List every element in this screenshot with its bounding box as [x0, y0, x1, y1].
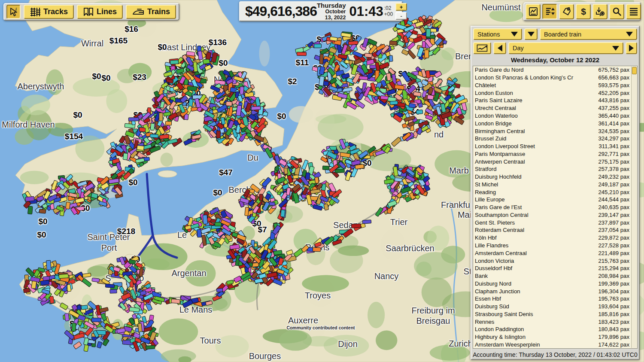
train[interactable] — [82, 278, 92, 287]
station-row[interactable]: Reading245,210 pax — [473, 188, 637, 196]
train[interactable] — [389, 40, 397, 46]
train[interactable] — [25, 196, 34, 202]
station-row[interactable]: London Bridge361,414 pax — [473, 119, 637, 127]
period-dropdown[interactable]: Day — [508, 42, 623, 54]
train[interactable] — [314, 176, 319, 183]
station-row[interactable]: Strasbourg Saint Denis185,816 pax — [473, 310, 637, 318]
train[interactable] — [391, 137, 402, 146]
station-row[interactable]: Gent St. Pieters237,897 pax — [473, 219, 637, 226]
list-scrollbar[interactable] — [631, 67, 637, 348]
station-row[interactable]: Duisburg Süd193,604 pax — [473, 303, 637, 310]
station-row[interactable]: Amsterdam Weesperplein174,622 pax — [473, 341, 637, 349]
metric-dropdown[interactable]: Boarded train — [540, 28, 637, 40]
finances-button[interactable]: $ — [576, 4, 591, 19]
train[interactable] — [159, 113, 163, 121]
train[interactable] — [171, 299, 180, 304]
train[interactable] — [401, 49, 409, 56]
station-row[interactable]: Paris Gare du Nord675,752 pax — [473, 66, 637, 74]
train[interactable] — [170, 60, 178, 65]
station-row[interactable]: Highbury & Islington179,896 pax — [473, 333, 637, 341]
train[interactable] — [105, 283, 115, 288]
train[interactable] — [64, 313, 70, 321]
station-row[interactable]: London Liverpool Street311,341 pax — [473, 143, 637, 150]
train[interactable] — [283, 167, 288, 174]
station-row[interactable]: Lille Europe244,544 pax — [473, 196, 637, 204]
train[interactable] — [82, 273, 91, 278]
station-row[interactable]: Rennes183,423 pax — [473, 318, 637, 325]
train[interactable] — [203, 215, 208, 225]
station-row[interactable]: Dusseldorf Hbf215,294 pax — [473, 265, 637, 272]
station-row[interactable]: Clapham Junction196,304 pax — [473, 287, 637, 295]
train[interactable] — [280, 210, 286, 217]
train[interactable] — [139, 127, 146, 132]
next-period-button[interactable] — [626, 42, 637, 54]
train[interactable] — [355, 100, 366, 109]
station-row[interactable]: Stratford257,378 pax — [473, 165, 637, 173]
inspect-tool-button[interactable]: i — [6, 5, 21, 19]
train[interactable] — [413, 36, 422, 43]
station-row[interactable]: Essen Hbf195,763 pax — [473, 295, 637, 303]
train[interactable] — [395, 177, 403, 182]
train[interactable] — [46, 260, 51, 271]
train[interactable] — [123, 153, 128, 160]
station-row[interactable]: Duisburg Nord199,369 pax — [473, 280, 637, 287]
menu-button[interactable] — [626, 4, 641, 19]
train[interactable] — [92, 278, 100, 283]
train[interactable] — [60, 302, 69, 310]
train[interactable] — [351, 224, 361, 228]
train[interactable] — [183, 138, 193, 146]
search-button[interactable] — [609, 4, 624, 19]
sort-order-dropdown[interactable] — [524, 28, 538, 40]
lines-mode-button[interactable]: Lines — [77, 5, 123, 19]
steam-workshop-button[interactable] — [592, 4, 608, 19]
train[interactable] — [358, 76, 368, 80]
train[interactable] — [73, 341, 82, 349]
train[interactable] — [59, 274, 69, 279]
train[interactable] — [425, 70, 431, 78]
train[interactable] — [426, 28, 431, 37]
tracks-mode-button[interactable]: Tracks — [24, 5, 74, 19]
station-row[interactable]: Antwerpen Centraal275,175 pax — [473, 158, 637, 165]
station-row[interactable]: London Waterloo365,440 pax — [473, 112, 637, 120]
station-row[interactable]: Paris Saint Lazaire443,816 pax — [473, 97, 637, 104]
chart-view-button[interactable] — [473, 42, 491, 54]
station-row[interactable]: Duisburg Hochfeld249,232 pax — [473, 173, 637, 181]
station-row[interactable]: St Michel249,187 pax — [473, 180, 637, 188]
train[interactable] — [389, 100, 398, 105]
train[interactable] — [146, 345, 155, 350]
station-row[interactable]: Utrecht Centraal437,255 pax — [473, 104, 637, 112]
train[interactable] — [150, 123, 155, 130]
train[interactable] — [97, 341, 103, 348]
station-row[interactable]: London St Pancras & London King's Cr656,… — [473, 74, 637, 82]
train[interactable] — [259, 194, 263, 201]
station-row[interactable]: Köln Hbf229,872 pax — [473, 234, 637, 242]
train[interactable] — [297, 52, 307, 55]
station-row[interactable]: Rotterdam Centraal237,054 pax — [473, 226, 637, 234]
train[interactable] — [313, 247, 321, 252]
train[interactable] — [187, 86, 197, 91]
speed-up-button[interactable]: + — [395, 3, 407, 11]
station-row[interactable]: London Victoria215,763 pax — [473, 257, 637, 265]
train[interactable] — [322, 166, 329, 170]
station-ranking-list[interactable]: Paris Gare du Nord675,752 paxLondon St P… — [473, 66, 638, 349]
train[interactable] — [27, 206, 33, 215]
map-modes-button[interactable] — [526, 4, 541, 19]
station-row[interactable]: Amsterdam Centraal221,489 pax — [473, 249, 637, 257]
train[interactable] — [71, 323, 76, 332]
speed-down-button[interactable]: - — [395, 12, 407, 20]
station-row[interactable]: Bank208,984 pax — [473, 272, 637, 280]
train[interactable] — [165, 121, 172, 126]
train[interactable] — [129, 307, 140, 313]
train[interactable] — [394, 84, 404, 90]
train[interactable] — [319, 54, 324, 64]
train[interactable] — [301, 159, 308, 170]
train[interactable] — [137, 145, 145, 151]
train[interactable] — [416, 110, 423, 114]
train[interactable] — [186, 51, 195, 56]
train[interactable] — [314, 44, 322, 48]
station-row[interactable]: Châtelet593,575 pax — [473, 82, 637, 89]
train[interactable] — [43, 276, 50, 281]
train[interactable] — [225, 101, 232, 106]
train[interactable] — [389, 55, 393, 62]
train[interactable] — [216, 131, 220, 138]
